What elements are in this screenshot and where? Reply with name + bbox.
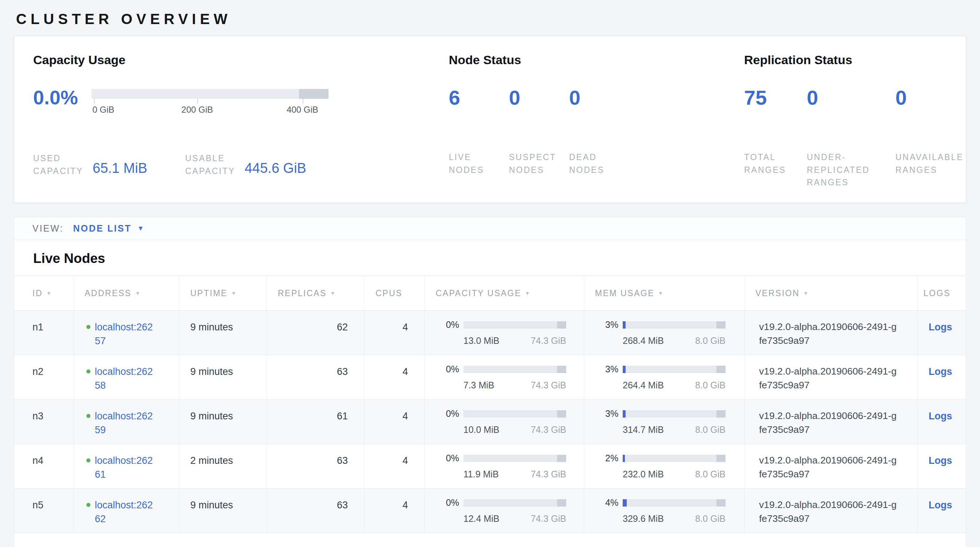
memory-usage-bar xyxy=(623,410,725,418)
memory-total-value: 8.0 GiB xyxy=(695,514,725,524)
node-address-link[interactable]: localhost:26257 xyxy=(95,320,156,348)
replication-stat: 0UNAVAILABLE RANGES xyxy=(896,87,966,189)
version-text: v19.2.0-alpha.20190606-2491-gfe735c9a97 xyxy=(759,409,897,437)
version-text: v19.2.0-alpha.20190606-2491-gfe735c9a97 xyxy=(759,454,897,481)
capacity-stat: USED CAPACITY65.1 MiB xyxy=(33,152,147,177)
column-header-label: CAPACITY USAGE xyxy=(436,288,521,298)
capacity-total-value: 74.3 GiB xyxy=(531,336,566,346)
gauge-tick xyxy=(197,99,198,103)
node-address-link[interactable]: localhost:26261 xyxy=(95,454,156,482)
capacity-stat-label: USED CAPACITY xyxy=(33,152,92,177)
capacity-stat-label: USABLE CAPACITY xyxy=(185,152,245,177)
replicas-cell: 62 xyxy=(267,311,364,355)
column-header-label: ADDRESS xyxy=(84,288,132,298)
column-header-cpus: CPUS xyxy=(364,276,425,310)
column-header-replicas[interactable]: REPLICAS▼ xyxy=(267,276,364,310)
memory-usage-top: 2% xyxy=(605,453,737,463)
column-header-label: REPLICAS xyxy=(278,288,327,298)
capacity-usage-values: 10.0 MiB74.3 GiB xyxy=(463,425,566,435)
memory-usage-cell: 3%268.4 MiB8.0 GiB xyxy=(584,311,744,355)
replicas-cell: 63 xyxy=(267,489,364,533)
node-id-cell: n5 xyxy=(14,489,73,533)
logs-link[interactable]: Logs xyxy=(929,322,952,332)
capacity-usage-percent: 0% xyxy=(446,409,463,419)
capacity-usage-bar xyxy=(463,410,566,418)
sort-caret-icon: ▼ xyxy=(658,290,664,296)
capacity-used-value: 12.4 MiB xyxy=(463,514,500,524)
table-header: ID▼ADDRESS▼UPTIME▼REPLICAS▼CPUSCAPACITY … xyxy=(14,276,966,311)
logs-link[interactable]: Logs xyxy=(929,455,952,466)
memory-total-value: 8.0 GiB xyxy=(695,469,725,480)
gauge-tick-label: 0 GiB xyxy=(92,105,115,115)
table-row: n1localhost:262579 minutes6240%13.0 MiB7… xyxy=(14,311,966,355)
memory-usage-cell: 3%264.4 MiB8.0 GiB xyxy=(584,355,744,399)
node-address-link[interactable]: localhost:26259 xyxy=(95,409,156,437)
node-address-cell: localhost:26257 xyxy=(73,311,179,355)
replication-stat-value: 0 xyxy=(807,87,896,108)
memory-usage-percent: 3% xyxy=(605,409,623,419)
memory-usage-fill xyxy=(623,366,625,373)
logs-link[interactable]: Logs xyxy=(929,410,952,421)
node-status-stat: 0SUSPECT NODES xyxy=(509,87,569,176)
live-status-icon xyxy=(86,503,91,507)
memory-usage-bar xyxy=(623,321,725,329)
bar-end-segment xyxy=(716,366,725,373)
capacity-usage-bar xyxy=(463,499,566,507)
capacity-usage-percent: 0% xyxy=(446,320,463,330)
node-address-link[interactable]: localhost:26258 xyxy=(95,365,156,393)
node-address-link[interactable]: localhost:26262 xyxy=(95,498,156,526)
capacity-usage-values: 13.0 MiB74.3 GiB xyxy=(463,336,566,346)
node-address-cell: localhost:26262 xyxy=(73,489,179,533)
column-header-id[interactable]: ID▼ xyxy=(14,276,73,310)
memory-usage-percent: 3% xyxy=(605,320,623,330)
memory-usage-top: 3% xyxy=(605,409,737,419)
capacity-gauge-axis: 0 GiB200 GiB400 GiB xyxy=(92,99,328,116)
bar-end-segment xyxy=(557,366,566,373)
cpus-cell: 4 xyxy=(364,311,425,355)
column-header-mem-usage[interactable]: MEM USAGE▼ xyxy=(584,276,744,310)
capacity-used-value: 7.3 MiB xyxy=(463,380,495,391)
logs-link[interactable]: Logs xyxy=(929,499,952,510)
node-status-stat-label: LIVE NODES xyxy=(449,151,498,176)
uptime-cell: 9 minutes xyxy=(179,489,267,533)
capacity-gauge: 0 GiB200 GiB400 GiB xyxy=(92,87,328,116)
node-status-stat-value: 0 xyxy=(509,87,569,108)
version-cell: v19.2.0-alpha.20190606-2491-gfe735c9a97 xyxy=(744,400,917,444)
node-status-stats: 6LIVE NODES0SUSPECT NODES0DEAD NODES xyxy=(449,87,744,176)
live-nodes-card: Live Nodes ID▼ADDRESS▼UPTIME▼REPLICAS▼CP… xyxy=(14,240,966,547)
bar-end-segment xyxy=(557,410,566,418)
column-header-address[interactable]: ADDRESS▼ xyxy=(73,276,179,310)
capacity-usage-bar xyxy=(463,366,566,373)
capacity-stats: USED CAPACITY65.1 MiBUSABLE CAPACITY445.… xyxy=(33,152,449,177)
version-cell: v19.2.0-alpha.20190606-2491-gfe735c9a97 xyxy=(744,444,917,488)
capacity-stat-value: 445.6 GiB xyxy=(245,161,306,177)
node-status-stat-value: 6 xyxy=(449,87,509,108)
logs-cell: Logs xyxy=(917,355,966,399)
cpus-cell: 4 xyxy=(364,444,425,488)
memory-usage-percent: 4% xyxy=(605,498,623,508)
capacity-usage-percent: 0% xyxy=(446,453,463,463)
live-status-icon xyxy=(86,369,91,374)
replication-stat-label: UNAVAILABLE RANGES xyxy=(896,151,966,176)
version-text: v19.2.0-alpha.20190606-2491-gfe735c9a97 xyxy=(759,365,897,392)
capacity-usage-cell: 0%10.0 MiB74.3 GiB xyxy=(425,400,584,444)
node-id-cell: n1 xyxy=(14,311,73,355)
view-selector-dropdown[interactable]: NODE LIST ▼ xyxy=(73,223,144,234)
version-text: v19.2.0-alpha.20190606-2491-gfe735c9a97 xyxy=(759,320,897,348)
column-header-version[interactable]: VERSION▼ xyxy=(744,276,917,310)
table-row: n4localhost:262612 minutes6340%11.9 MiB7… xyxy=(14,444,966,489)
capacity-usage-top: 0% xyxy=(446,453,576,463)
node-status-stat: 6LIVE NODES xyxy=(449,87,509,176)
uptime-cell: 2 minutes xyxy=(179,444,267,488)
logs-cell: Logs xyxy=(917,311,966,355)
replicas-cell: 63 xyxy=(267,355,364,399)
capacity-usage-section: Capacity Usage 0.0% 0 GiB200 GiB400 GiB … xyxy=(33,53,449,202)
column-header-uptime[interactable]: UPTIME▼ xyxy=(179,276,267,310)
bar-end-segment xyxy=(716,410,725,418)
logs-link[interactable]: Logs xyxy=(929,366,952,377)
memory-total-value: 8.0 GiB xyxy=(695,425,725,435)
cluster-summary-card: Capacity Usage 0.0% 0 GiB200 GiB400 GiB … xyxy=(14,36,966,203)
column-header-capacity-usage[interactable]: CAPACITY USAGE▼ xyxy=(425,276,584,310)
column-header-label: LOGS xyxy=(923,288,950,298)
table-row-partial xyxy=(14,533,966,547)
